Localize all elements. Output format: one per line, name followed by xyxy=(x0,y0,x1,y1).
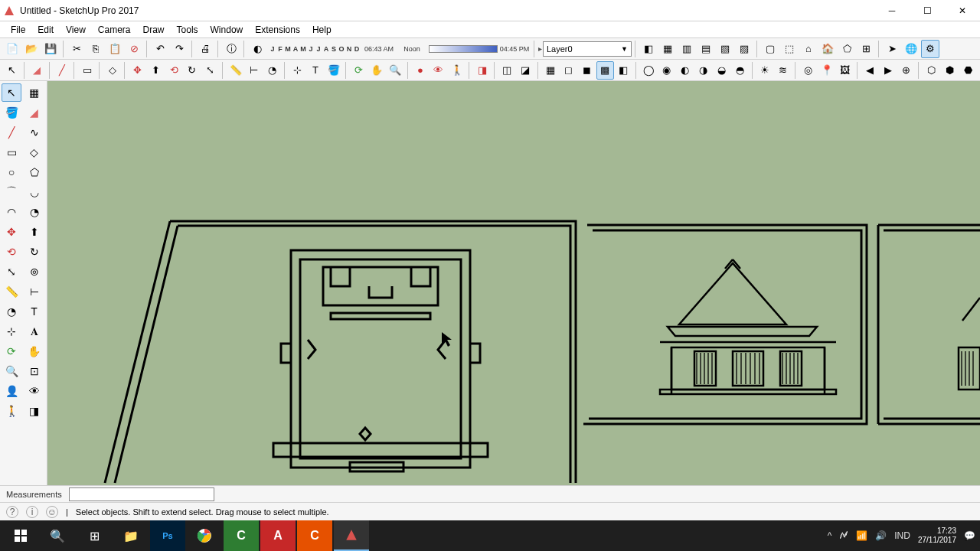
make-component-icon[interactable]: ▢ xyxy=(761,40,779,58)
offset-tool[interactable]: ⊚ xyxy=(24,262,44,281)
start-button[interactable] xyxy=(3,520,38,551)
add-location-icon[interactable]: 📍 xyxy=(818,61,835,80)
pie-tool[interactable]: ◔ xyxy=(24,203,44,221)
line-tool-icon[interactable]: ╱ xyxy=(54,61,71,80)
text-tool-icon[interactable]: T xyxy=(306,61,324,80)
layer-dropdown[interactable]: Layer0 ▼ xyxy=(543,41,632,57)
solid-split-icon[interactable]: ◓ xyxy=(731,61,749,80)
new-file-icon[interactable]: 📄 xyxy=(3,40,21,58)
protractor-tool[interactable]: ◔ xyxy=(2,302,21,321)
measurements-input[interactable] xyxy=(69,487,214,501)
walk-tool[interactable]: 🚶 xyxy=(2,402,21,420)
menu-tools[interactable]: Tools xyxy=(171,23,204,37)
window-icon[interactable]: ⊞ xyxy=(857,40,875,58)
rotate-tool-icon[interactable]: ⟲ xyxy=(165,61,183,80)
shaded-icon[interactable]: ◼ xyxy=(578,61,596,80)
tray-notifications-icon[interactable]: 💬 xyxy=(964,530,975,541)
app-orange-icon[interactable]: C xyxy=(297,520,332,551)
xray-icon[interactable]: ◫ xyxy=(498,61,516,80)
hidden-line-icon[interactable]: ◻ xyxy=(560,61,577,80)
look-around-tool[interactable]: 👁 xyxy=(24,382,44,400)
paint-tool[interactable]: 🪣 xyxy=(2,103,21,122)
print-icon[interactable]: 🖨 xyxy=(196,40,214,58)
section-plane-icon[interactable]: ◨ xyxy=(473,61,491,80)
tray-volume-icon[interactable]: 🔊 xyxy=(875,530,887,541)
minimize-button[interactable]: ─ xyxy=(874,0,910,21)
scale-tool[interactable]: ⤡ xyxy=(2,262,21,281)
menu-file[interactable]: File xyxy=(5,23,31,37)
orbit-icon[interactable]: ⟳ xyxy=(350,61,368,80)
arc-tool[interactable]: ⌒ xyxy=(2,183,21,201)
menu-view[interactable]: View xyxy=(60,23,92,37)
front-view-icon[interactable]: ▥ xyxy=(678,40,696,58)
followme-tool[interactable]: ↻ xyxy=(24,243,44,261)
walk-icon[interactable]: 🚶 xyxy=(448,61,466,80)
solid-outer-shell-icon[interactable]: ◯ xyxy=(640,61,658,80)
sun-north-icon[interactable]: ☀ xyxy=(756,61,774,80)
rect-tool-icon[interactable]: ▭ xyxy=(78,61,96,80)
send-icon[interactable]: ➤ xyxy=(883,40,901,58)
help-icon[interactable]: ? xyxy=(6,506,18,518)
roof-icon[interactable]: ⬠ xyxy=(838,40,856,58)
menu-extensions[interactable]: Extensions xyxy=(249,23,306,37)
eraser-tool-icon[interactable]: ◢ xyxy=(28,61,46,80)
tray-battery-icon[interactable]: 🗲 xyxy=(839,530,848,541)
shaded-texture-icon[interactable]: ▩ xyxy=(596,61,614,80)
zoom-tool[interactable]: 🔍 xyxy=(2,362,21,380)
dimension-tool-icon[interactable]: ⊢ xyxy=(245,61,263,80)
tray-chevron-icon[interactable]: ^ xyxy=(828,530,832,541)
left-view-icon[interactable]: ▨ xyxy=(735,40,753,58)
toggle-terrain-icon[interactable]: ◎ xyxy=(799,61,817,80)
shadow-month-slider[interactable]: JF MA MJ JA SO ND xyxy=(267,43,362,55)
position-camera-tool[interactable]: 👤 xyxy=(2,382,21,400)
section-tool[interactable]: ◨ xyxy=(24,402,44,420)
line-tool[interactable]: ╱ xyxy=(2,123,21,142)
model-info-icon[interactable]: ⓘ xyxy=(222,40,240,58)
look-around-icon[interactable]: 👁 xyxy=(430,61,447,80)
make-component-tool[interactable]: ▦ xyxy=(24,83,44,102)
menu-help[interactable]: Help xyxy=(306,23,338,37)
building-icon[interactable]: 🏠 xyxy=(818,40,837,58)
orbit-tool[interactable]: ⟳ xyxy=(2,342,21,360)
back-edges-icon[interactable]: ◪ xyxy=(517,61,534,80)
explorer-icon[interactable]: 📁 xyxy=(113,520,149,551)
followme-icon[interactable]: ↻ xyxy=(184,61,201,80)
monochrome-icon[interactable]: ◧ xyxy=(615,61,632,80)
axes-icon[interactable]: ⊹ xyxy=(289,61,306,80)
dimension-tool[interactable]: ⊢ xyxy=(24,282,44,301)
rectangle-tool[interactable]: ▭ xyxy=(2,143,21,161)
pushpull-tool-icon[interactable]: ⬆ xyxy=(147,61,165,80)
pan-tool[interactable]: ✋ xyxy=(24,342,44,360)
globe-icon[interactable]: 🌐 xyxy=(902,40,920,58)
open-file-icon[interactable]: 📂 xyxy=(22,40,41,58)
close-button[interactable]: ✕ xyxy=(945,0,980,21)
app-green-icon[interactable]: C xyxy=(224,520,259,551)
menu-edit[interactable]: Edit xyxy=(31,23,60,37)
move-tool-icon[interactable]: ✥ xyxy=(129,61,146,80)
tape-tool-icon[interactable]: 📏 xyxy=(227,61,244,80)
shadow-time-slider[interactable] xyxy=(429,45,498,53)
text-tool[interactable]: T xyxy=(24,302,44,321)
rotated-rect-tool[interactable]: ◇ xyxy=(24,143,44,161)
wireframe-icon[interactable]: ▦ xyxy=(542,61,560,80)
top-view-icon[interactable]: ▦ xyxy=(658,40,677,58)
axes-tool[interactable]: ⊹ xyxy=(2,322,21,341)
preview-match-icon[interactable]: 🖼 xyxy=(836,61,854,80)
solid-subtract-icon[interactable]: ◑ xyxy=(694,61,712,80)
select-tool-icon[interactable]: ↖ xyxy=(3,61,21,80)
copy-icon[interactable]: ⎘ xyxy=(87,40,105,58)
user-icon[interactable]: ☺ xyxy=(46,506,58,518)
tray-clock[interactable]: 17:23 27/11/2017 xyxy=(918,527,956,545)
maximize-button[interactable]: ☐ xyxy=(910,0,945,21)
circle-tool[interactable]: ○ xyxy=(2,163,21,181)
tape-tool[interactable]: 📏 xyxy=(2,282,21,301)
3pt-arc-tool[interactable]: ◠ xyxy=(2,203,21,221)
scene-next-icon[interactable]: ▶ xyxy=(880,61,897,80)
paste-icon[interactable]: 📋 xyxy=(106,40,124,58)
rotate-tool[interactable]: ⟲ xyxy=(2,243,21,261)
search-icon[interactable]: 🔍 xyxy=(40,520,75,551)
iso-view-icon[interactable]: ◧ xyxy=(639,40,658,58)
select-tool[interactable]: ↖ xyxy=(2,83,21,102)
protractor-icon[interactable]: ◔ xyxy=(263,61,281,80)
undo-icon[interactable]: ↶ xyxy=(151,40,169,58)
